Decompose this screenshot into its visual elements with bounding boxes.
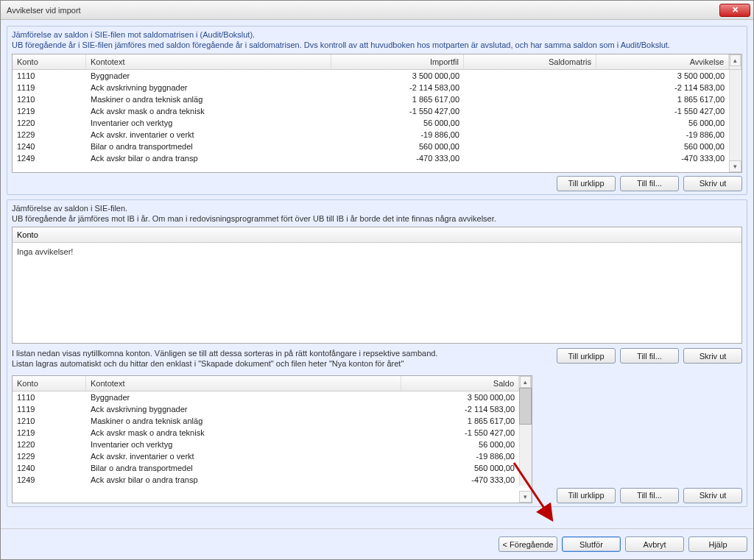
cell-importfil: -2 114 583,00 <box>331 82 464 93</box>
section2-line2: UB föregående år jämföres mot IB i år. O… <box>12 213 742 224</box>
cell-konto: 1240 <box>13 462 86 474</box>
scroll-down-icon[interactable]: ▾ <box>729 160 741 172</box>
scrollbar-thumb[interactable] <box>519 388 532 425</box>
section2-line1: Jämförelse av saldon i SIE-filen. <box>12 203 742 213</box>
cell-importfil: 1 865 617,00 <box>331 93 464 105</box>
cell-kontotext: Byggnader <box>86 391 401 403</box>
table-row[interactable]: 1119Ack avskrivning byggnader-2 114 583,… <box>13 403 532 415</box>
cell-kontotext: Maskiner o andra teknisk anläg <box>86 93 331 105</box>
till-urklipp-button-3[interactable]: Till urklipp <box>557 488 616 503</box>
th-kontotext[interactable]: Kontotext <box>86 54 331 69</box>
cell-saldo: 560 000,00 <box>401 462 519 474</box>
table2: Konto Inga avvikelser! <box>12 227 742 344</box>
cell-kontotext: Bilar o andra transportmedel <box>86 141 331 152</box>
table-row[interactable]: 1219Ack avskr mask o andra teknisk-1 550… <box>13 105 741 117</box>
section3-line1: I listan nedan visas nytillkomna konton.… <box>12 348 533 358</box>
cell-saldomatris <box>464 82 596 93</box>
cell-saldo: -470 333,00 <box>401 474 519 486</box>
table3-body: 1110Byggnader3 500 000,001119Ack avskriv… <box>13 391 532 486</box>
cell-konto: 1110 <box>13 70 86 82</box>
cell-kontotext: Inventarier och verktyg <box>86 439 401 450</box>
table-row[interactable]: 1210Maskiner o andra teknisk anläg1 865 … <box>13 415 532 427</box>
th-avvikelse[interactable]: Avvikelse <box>596 54 729 69</box>
skriv-ut-button-3[interactable]: Skriv ut <box>683 488 742 503</box>
cell-konto: 1210 <box>13 415 86 427</box>
cell-importfil: -470 333,00 <box>331 152 464 164</box>
cell-avvikelse: 3 500 000,00 <box>596 70 729 82</box>
cell-konto: 1119 <box>13 82 86 93</box>
skriv-ut-button-2[interactable]: Skriv ut <box>683 348 742 364</box>
cell-saldo: 3 500 000,00 <box>401 391 519 403</box>
till-fil-button-3[interactable]: Till fil... <box>620 488 679 503</box>
th-konto[interactable]: Konto <box>13 376 86 391</box>
th-konto[interactable]: Konto <box>13 54 86 69</box>
cell-avvikelse: -470 333,00 <box>596 152 729 164</box>
table-row[interactable]: 1229Ack avskr. inventarier o verkt-19 88… <box>13 129 741 141</box>
th-konto[interactable]: Konto <box>13 227 741 242</box>
scroll-up-icon[interactable]: ▴ <box>520 376 531 388</box>
cell-saldo: -2 114 583,00 <box>401 403 519 415</box>
cell-kontotext: Byggnader <box>86 70 331 82</box>
table-row[interactable]: 1229Ack avskr. inventarier o verkt-19 88… <box>13 450 532 462</box>
cell-saldomatris <box>464 141 596 152</box>
cell-avvikelse: -2 114 583,00 <box>596 82 729 93</box>
no-deviations-msg: Inga avvikelser! <box>13 243 741 260</box>
help-button[interactable]: Hjälp <box>688 536 747 552</box>
cell-importfil: 3 500 000,00 <box>331 70 464 82</box>
section3-line2: Listan lagras automatiskt och du hittar … <box>12 358 533 369</box>
th-saldo[interactable]: Saldo <box>401 376 519 391</box>
table1-header: Konto Kontotext Importfil Saldomatris Av… <box>13 54 741 70</box>
skriv-ut-button[interactable]: Skriv ut <box>683 176 742 191</box>
cell-importfil: -1 550 427,00 <box>331 105 464 117</box>
cell-kontotext: Ack avskr. inventarier o verkt <box>86 450 401 462</box>
section1-line2: UB föregående år i SIE-filen jämföres me… <box>12 40 742 50</box>
till-urklipp-button-2[interactable]: Till urklipp <box>557 348 616 364</box>
cell-kontotext: Maskiner o andra teknisk anläg <box>86 415 401 427</box>
till-fil-button-2[interactable]: Till fil... <box>620 348 679 364</box>
cancel-button[interactable]: Avbryt <box>625 536 684 552</box>
cell-kontotext: Bilar o andra transportmedel <box>86 462 401 474</box>
table-row[interactable]: 1220Inventarier och verktyg56 000,0056 0… <box>13 117 741 129</box>
finish-button[interactable]: Slutför <box>562 536 621 552</box>
table-row[interactable]: 1240Bilar o andra transportmedel560 000,… <box>13 141 741 152</box>
content-area: Jämförelse av saldon i SIE-filen mot sal… <box>1 20 753 528</box>
th-importfil[interactable]: Importfil <box>331 54 464 69</box>
table-row[interactable]: 1240Bilar o andra transportmedel560 000,… <box>13 462 532 474</box>
table-row[interactable]: 1219Ack avskr mask o andra teknisk-1 550… <box>13 427 532 439</box>
scroll-up-icon[interactable]: ▴ <box>730 54 741 66</box>
close-icon: ✕ <box>732 5 739 15</box>
close-button[interactable]: ✕ <box>719 4 750 17</box>
previous-button[interactable]: < Föregående <box>498 536 557 552</box>
cell-importfil: 560 000,00 <box>331 141 464 152</box>
till-fil-button[interactable]: Till fil... <box>620 176 679 191</box>
table3: Konto Kontotext Saldo ▴ 1110Byggnader3 5… <box>12 375 532 503</box>
table-row[interactable]: 1249Ack avskr bilar o andra transp-470 3… <box>13 152 741 164</box>
table-row[interactable]: 1110Byggnader3 500 000,00 <box>13 391 532 403</box>
cell-konto: 1229 <box>13 129 86 141</box>
dialog-window: Avvikelser vid import ✕ Jämförelse av sa… <box>0 0 754 560</box>
table-row[interactable]: 1110Byggnader3 500 000,003 500 000,00 <box>13 70 741 82</box>
table-row[interactable]: 1249Ack avskr bilar o andra transp-470 3… <box>13 474 532 486</box>
table-row[interactable]: 1220Inventarier och verktyg56 000,00 <box>13 439 532 450</box>
table-row[interactable]: 1119Ack avskrivning byggnader-2 114 583,… <box>13 82 741 93</box>
section1-line1: Jämförelse av saldon i SIE-filen mot sal… <box>12 29 742 40</box>
till-urklipp-button[interactable]: Till urklipp <box>557 176 616 191</box>
cell-saldomatris <box>464 105 596 117</box>
table2-header: Konto <box>13 227 741 243</box>
cell-saldomatris <box>464 70 596 82</box>
cell-konto: 1249 <box>13 474 86 486</box>
th-kontotext[interactable]: Kontotext <box>86 376 401 391</box>
cell-kontotext: Ack avskr mask o andra teknisk <box>86 427 401 439</box>
cell-saldo: -19 886,00 <box>401 450 519 462</box>
cell-kontotext: Ack avskr bilar o andra transp <box>86 152 331 164</box>
table-row[interactable]: 1210Maskiner o andra teknisk anläg1 865 … <box>13 93 741 105</box>
table1: Konto Kontotext Importfil Saldomatris Av… <box>12 54 742 173</box>
th-saldomatris[interactable]: Saldomatris <box>464 54 596 69</box>
cell-kontotext: Ack avskr mask o andra teknisk <box>86 105 331 117</box>
section1-buttons: Till urklipp Till fil... Skriv ut <box>12 176 742 191</box>
cell-avvikelse: 56 000,00 <box>596 117 729 129</box>
cell-saldo: -1 550 427,00 <box>401 427 519 439</box>
section2-panel: Jämförelse av saldon i SIE-filen. UB för… <box>7 199 747 507</box>
window-title: Avvikelser vid import <box>7 6 81 15</box>
scroll-down-icon[interactable]: ▾ <box>519 491 532 503</box>
